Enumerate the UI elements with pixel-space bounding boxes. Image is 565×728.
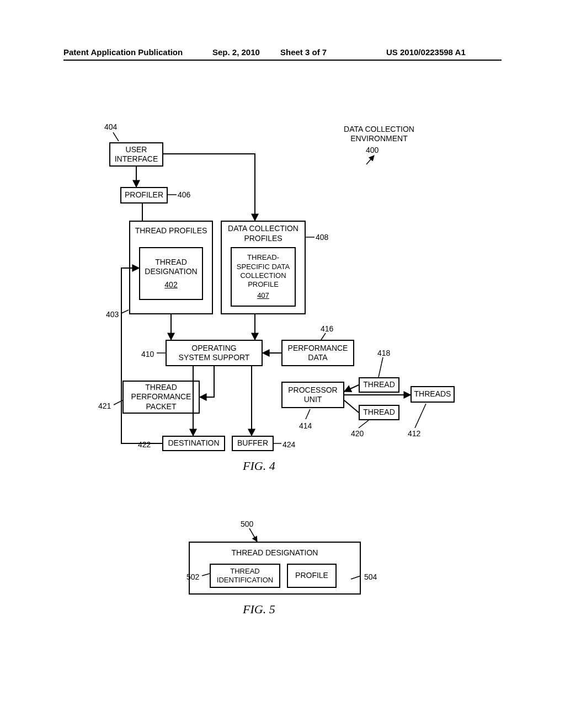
ref-406: 406 xyxy=(178,190,190,200)
thread-418-box: THREAD xyxy=(359,377,399,393)
svg-line-22 xyxy=(379,357,383,377)
ref-422: 422 xyxy=(138,440,151,449)
ref-400: 400 xyxy=(366,146,379,155)
dcp-label: DATA COLLECTION PROFILES xyxy=(228,224,299,243)
thread-designation-box: THREAD DESIGNATION 402 xyxy=(139,247,203,300)
ref-414: 414 xyxy=(299,421,312,431)
ref-412: 412 xyxy=(408,429,420,438)
ref-504: 504 xyxy=(364,572,377,582)
tpp-box: THREAD PERFORMANCE PACKET xyxy=(122,381,200,414)
thread-id-box: THREAD IDENTIFICATION xyxy=(210,564,280,588)
profile-box: PROFILE xyxy=(287,564,337,588)
svg-line-21 xyxy=(306,409,310,419)
perf-data-box: PERFORMANCE DATA xyxy=(281,340,354,366)
buffer-box: BUFFER xyxy=(232,436,274,451)
ref-410: 410 xyxy=(141,350,154,359)
page-header: Patent Application Publication Sep. 2, 2… xyxy=(0,47,565,61)
processor-unit-box: PROCESSOR UNIT xyxy=(281,382,344,408)
header-date: Sep. 2, 2010 xyxy=(212,47,260,57)
ref-421: 421 xyxy=(98,402,111,411)
ref-502: 502 xyxy=(186,572,199,582)
ref-408: 408 xyxy=(316,233,328,242)
svg-line-24 xyxy=(415,404,426,428)
svg-line-15 xyxy=(114,400,122,405)
svg-line-7 xyxy=(121,310,129,313)
header-rule xyxy=(63,60,502,61)
svg-line-12 xyxy=(321,333,326,340)
svg-line-25 xyxy=(249,528,257,542)
ref-424: 424 xyxy=(282,440,295,449)
ref-500: 500 xyxy=(241,520,253,529)
svg-line-0 xyxy=(113,132,119,141)
thread-420-box: THREAD xyxy=(359,405,399,420)
ref-418: 418 xyxy=(377,349,390,358)
header-publication: Patent Application Publication xyxy=(63,47,183,57)
ref-420: 420 xyxy=(351,429,364,438)
env-title: DATA COLLECTION ENVIRONMENT xyxy=(332,125,426,143)
oss-box: OPERATING SYSTEM SUPPORT xyxy=(166,340,263,366)
destination-box: DESTINATION xyxy=(162,436,225,451)
thread-designation-label: THREAD DESIGNATION xyxy=(145,258,197,277)
ref-416: 416 xyxy=(321,324,333,334)
ref-404: 404 xyxy=(104,122,117,132)
fig5-title: THREAD DESIGNATION xyxy=(232,548,318,558)
tsdcp-box: THREAD- SPECIFIC DATA COLLECTION PROFILE… xyxy=(231,247,296,307)
fig5-caption: FIG. 5 xyxy=(243,602,275,617)
tsdcp-label: THREAD- SPECIFIC DATA COLLECTION PROFILE xyxy=(237,253,290,289)
ref-403: 403 xyxy=(106,310,119,319)
ref-402: 402 xyxy=(164,280,177,290)
header-sheet: Sheet 3 of 7 xyxy=(280,47,327,57)
svg-line-19 xyxy=(344,400,359,413)
profiler-box: PROFILER xyxy=(120,187,168,204)
ref-407: 407 xyxy=(257,291,269,300)
svg-line-18 xyxy=(344,385,359,392)
svg-line-1 xyxy=(366,156,374,164)
user-interface-box: USER INTERFACE xyxy=(109,142,163,167)
threads-box: THREADS xyxy=(411,386,455,403)
page: Patent Application Publication Sep. 2, 2… xyxy=(0,0,565,728)
svg-line-23 xyxy=(359,420,369,428)
fig4-caption: FIG. 4 xyxy=(243,459,275,473)
header-pubno: US 2010/0223598 A1 xyxy=(386,47,466,57)
thread-profiles-label: THREAD PROFILES xyxy=(135,226,207,236)
